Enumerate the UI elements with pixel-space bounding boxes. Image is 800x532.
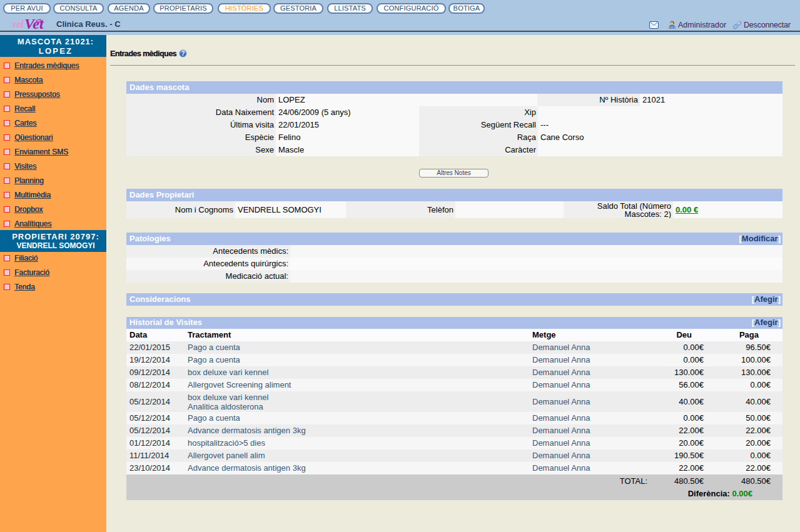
svg-text:?: ? [181,50,185,57]
